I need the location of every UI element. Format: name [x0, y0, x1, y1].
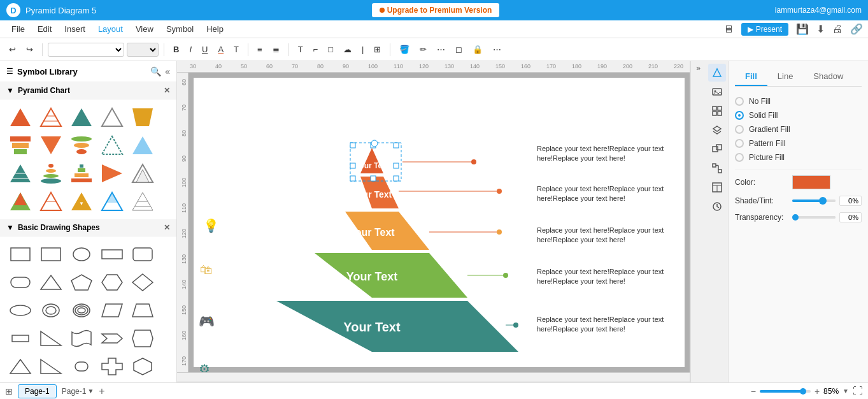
picture-fill-option[interactable]: Picture Fill	[735, 150, 862, 164]
basic-cross-rect[interactable]	[98, 354, 126, 379]
basic-rect-filled[interactable]	[37, 242, 65, 267]
pyramid-shape-1[interactable]	[6, 105, 34, 130]
basic-triangle[interactable]	[37, 270, 65, 295]
page-1-tab[interactable]: Page-1	[18, 384, 57, 398]
lock-button[interactable]: 🔒	[469, 43, 487, 56]
font-color-button[interactable]: A	[214, 43, 227, 56]
shade-value-input[interactable]	[839, 196, 862, 206]
basic-circle[interactable]	[68, 242, 96, 267]
text-box-button[interactable]: T	[294, 43, 307, 56]
basic-wide-rect[interactable]	[98, 242, 126, 267]
tab-shadow[interactable]: Shadow	[803, 68, 853, 86]
basic-trapezoid[interactable]	[129, 298, 157, 323]
shade-slider-thumb[interactable]	[819, 197, 827, 205]
right-expand-icon[interactable]: »	[696, 64, 701, 73]
pyramid-shape-5[interactable]	[129, 105, 157, 130]
basic-circle-ring[interactable]	[68, 298, 96, 323]
zoom-out-button[interactable]: −	[751, 386, 756, 396]
share-icon[interactable]: 🔗	[850, 23, 863, 35]
zoom-dropdown-icon[interactable]: ▼	[843, 388, 849, 395]
shadow-button[interactable]: ◻	[452, 43, 466, 56]
basic-small-triangle[interactable]	[6, 354, 34, 379]
pyramid-shape-15[interactable]	[129, 161, 157, 186]
gradient-fill-radio[interactable]	[735, 125, 744, 134]
basic-irregular[interactable]	[129, 326, 157, 351]
zoom-in-button[interactable]: +	[815, 386, 820, 396]
pyramid-shape-16[interactable]	[6, 189, 34, 214]
basic-rounded-rect2[interactable]	[6, 270, 34, 295]
pyramid-shape-9[interactable]	[98, 133, 126, 158]
more-button[interactable]: ⋯	[489, 43, 505, 56]
connect-tool-btn[interactable]	[708, 159, 726, 177]
basic-rect[interactable]	[6, 242, 34, 267]
page-dropdown-icon[interactable]: ▼	[87, 388, 94, 395]
arrange-tool-btn[interactable]	[708, 140, 726, 158]
pyramid-shape-10[interactable]	[129, 133, 157, 158]
no-fill-option[interactable]: No Fill	[735, 94, 862, 108]
pyramid-shape-11[interactable]	[6, 161, 34, 186]
add-page-button[interactable]: +	[99, 386, 104, 397]
basic-pentagon[interactable]	[68, 270, 96, 295]
text-size-button[interactable]: T	[230, 43, 243, 56]
font-select[interactable]	[48, 43, 124, 57]
tab-line[interactable]: Line	[767, 68, 804, 86]
section-basic-shapes[interactable]: ▼ Basic Drawing Shapes ✕	[0, 219, 176, 236]
basic-hexagon[interactable]	[98, 270, 126, 295]
download-icon[interactable]: ⬇	[816, 23, 825, 35]
transparency-slider[interactable]	[792, 216, 836, 219]
pyramid-shape-12[interactable]	[37, 161, 65, 186]
menu-file[interactable]: File	[5, 22, 31, 36]
pattern-fill-radio[interactable]	[735, 139, 744, 148]
fill-tool-btn[interactable]	[708, 64, 726, 82]
basic-rounded-rect[interactable]	[129, 242, 157, 267]
menu-insert[interactable]: Insert	[58, 22, 92, 36]
collapse-icon[interactable]: «	[165, 66, 170, 76]
transparency-value-input[interactable]	[839, 212, 862, 222]
italic-button[interactable]: I	[185, 43, 196, 56]
bold-button[interactable]: B	[169, 43, 183, 56]
no-fill-radio[interactable]	[735, 97, 744, 106]
callout-button[interactable]: ☁	[339, 43, 355, 56]
pyramid-shape-2[interactable]	[37, 105, 65, 130]
solid-fill-radio[interactable]	[735, 111, 744, 120]
font-size-select[interactable]	[127, 43, 159, 57]
color-swatch[interactable]	[792, 175, 830, 189]
line-button[interactable]: |	[358, 43, 367, 56]
section-close-icon[interactable]: ✕	[164, 86, 170, 95]
menu-symbol[interactable]: Symbol	[160, 22, 200, 36]
shape-button[interactable]: □	[324, 43, 337, 56]
pyramid-shape-4[interactable]	[98, 105, 126, 130]
basic-hexagon2[interactable]	[129, 354, 157, 379]
line-color-button[interactable]: ✏	[416, 43, 430, 56]
zoom-thumb[interactable]	[800, 388, 806, 395]
basic-oval[interactable]	[6, 298, 34, 323]
redo-button[interactable]: ↪	[22, 43, 37, 56]
tab-fill[interactable]: Fill	[735, 68, 767, 86]
pyramid-shape-8[interactable]	[68, 133, 96, 158]
pyramid-shape-20[interactable]	[129, 189, 157, 214]
basic-wave-rect[interactable]	[68, 326, 96, 351]
connector-button[interactable]: ⌐	[309, 43, 322, 56]
pyramid-shape-7[interactable]	[37, 133, 65, 158]
pyramid-shape-14[interactable]	[98, 161, 126, 186]
upgrade-button[interactable]: Upgrade to Premium Version	[372, 3, 500, 17]
present-button[interactable]: ▶ Present	[741, 23, 788, 36]
history-tool-btn[interactable]	[708, 198, 726, 215]
pyramid-shape-19[interactable]	[98, 189, 126, 214]
grid-tool-btn[interactable]	[708, 102, 726, 120]
basic-diamond[interactable]	[129, 270, 157, 295]
basic-stadium[interactable]	[68, 354, 96, 379]
basic-chevron[interactable]	[98, 326, 126, 351]
pyramid-shape-13[interactable]	[68, 161, 96, 186]
menu-layout[interactable]: Layout	[92, 22, 129, 36]
pattern-fill-option[interactable]: Pattern Fill	[735, 136, 862, 150]
section-close-icon-2[interactable]: ✕	[164, 223, 170, 232]
menu-edit[interactable]: Edit	[31, 22, 58, 36]
basic-parallelogram[interactable]	[98, 298, 126, 323]
pyramid-shape-3[interactable]	[68, 105, 96, 130]
basic-double-circle[interactable]	[37, 298, 65, 323]
canvas-main[interactable]: Your Text Your Text Your Text Your Text …	[189, 73, 690, 372]
right-collapse[interactable]: »	[690, 61, 706, 382]
section-pyramid-chart[interactable]: ▼ Pyramid Chart ✕	[0, 82, 176, 99]
layers-tool-btn[interactable]	[708, 121, 726, 139]
